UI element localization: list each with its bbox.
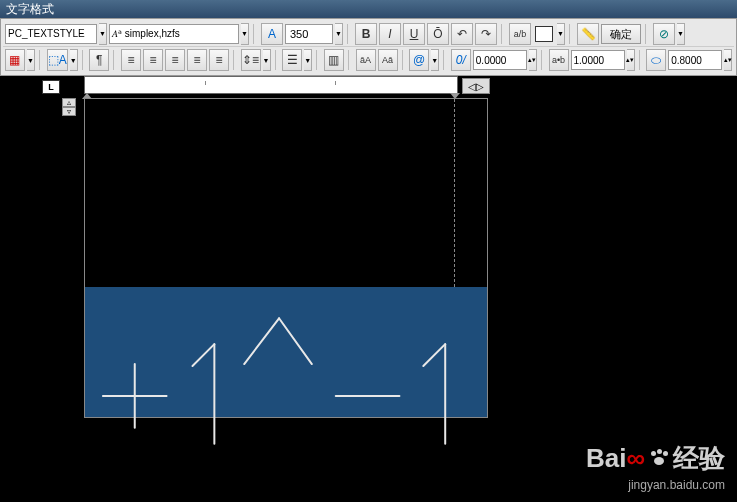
watermark-brand2: 经验 [673, 441, 725, 476]
oblique-button[interactable]: 0/ [451, 49, 471, 71]
options-dropdown[interactable]: ▼ [677, 23, 685, 45]
horizontal-ruler[interactable] [84, 76, 458, 94]
overline-button[interactable]: Ō [427, 23, 449, 45]
text-edit-area[interactable] [84, 98, 488, 418]
title-bar: 文字格式 [0, 0, 737, 18]
align-left-button[interactable]: ≡ [121, 49, 141, 71]
style-dropdown[interactable]: ▼ [99, 23, 107, 45]
svg-line-5 [279, 318, 312, 364]
numbering-button[interactable]: ☰ [282, 49, 302, 71]
width-factor-input[interactable] [571, 50, 625, 70]
align-justify-button[interactable]: ≡ [187, 49, 207, 71]
columns-button[interactable]: ▦ [5, 49, 25, 71]
align-distribute-button[interactable]: ≡ [209, 49, 229, 71]
uppercase-button[interactable]: āA [356, 49, 376, 71]
text-style-select[interactable] [5, 24, 97, 44]
svg-line-7 [423, 344, 445, 366]
entered-text-glyphs [85, 286, 487, 461]
watermark: Bai∞ 经验 jingyan.baidu.com [586, 441, 725, 492]
tracking-spinner[interactable]: ▴▾ [529, 49, 537, 71]
redo-button[interactable]: ↷ [475, 23, 497, 45]
svg-line-2 [192, 344, 214, 366]
symbol-dropdown[interactable]: ▼ [431, 49, 439, 71]
watermark-url: jingyan.baidu.com [586, 478, 725, 492]
ok-button[interactable]: 确定 [601, 24, 641, 44]
tracking-input[interactable] [473, 50, 527, 70]
options-button[interactable]: ⊘ [653, 23, 675, 45]
svg-line-4 [244, 318, 279, 364]
window-title: 文字格式 [6, 1, 54, 18]
line-spacing-button[interactable]: ⇕≡ [241, 49, 261, 71]
oblique-input[interactable] [668, 50, 722, 70]
italic-button[interactable]: I [379, 23, 401, 45]
nav-up-button[interactable]: ▵ [62, 98, 76, 107]
font-select[interactable]: 𝐴ᵃ simplex,hzfs [109, 24, 239, 44]
columns-dropdown[interactable]: ▼ [27, 49, 35, 71]
font-dropdown[interactable]: ▼ [241, 23, 249, 45]
nav-down-button[interactable]: ▿ [62, 107, 76, 116]
height-dropdown[interactable]: ▼ [335, 23, 343, 45]
underline-button[interactable]: U [403, 23, 425, 45]
vertical-nav[interactable]: ▵ ▿ [62, 98, 78, 118]
text-editor-canvas: L ◁▷ ▵ ▿ [62, 80, 492, 420]
toolbar-row-2: ▦ ▼ ⬚A ▼ ¶ ≡ ≡ ≡ ≡ ≡ ⇕≡ ▼ ☰ ▼ ▥ āA Aā @ … [3, 47, 734, 73]
column-nav-buttons[interactable]: ◁▷ [462, 78, 490, 94]
text-height-input[interactable] [285, 24, 333, 44]
numbering-dropdown[interactable]: ▼ [304, 49, 312, 71]
watermark-brand: Bai∞ [586, 443, 645, 474]
stack-button[interactable]: a/b [509, 23, 531, 45]
width-spinner[interactable]: ▴▾ [627, 49, 635, 71]
oblique-spinner[interactable]: ▴▾ [724, 49, 732, 71]
symbol-button[interactable]: @ [409, 49, 429, 71]
bold-button[interactable]: B [355, 23, 377, 45]
toolbar-row-1: ▼ 𝐴ᵃ simplex,hzfs ▼ A ▼ B I U Ō ↶ ↷ a/b … [3, 21, 734, 47]
color-button[interactable] [535, 26, 553, 42]
insert-field-button[interactable]: ▥ [324, 49, 344, 71]
undo-button[interactable]: ↶ [451, 23, 473, 45]
align-right-button[interactable]: ≡ [165, 49, 185, 71]
spacing-dropdown[interactable]: ▼ [263, 49, 271, 71]
width-factor-button[interactable]: a•b [549, 49, 569, 71]
paw-icon [649, 451, 669, 467]
align-center-button[interactable]: ≡ [143, 49, 163, 71]
text-format-toolbar: ▼ 𝐴ᵃ simplex,hzfs ▼ A ▼ B I U Ō ↶ ↷ a/b … [0, 18, 737, 76]
annotative-icon[interactable]: A [261, 23, 283, 45]
color-dropdown[interactable]: ▼ [557, 23, 565, 45]
mtext-justify-button[interactable]: ⬚A [47, 49, 68, 71]
justify-dropdown[interactable]: ▼ [70, 49, 78, 71]
ruler-tab-indicator[interactable]: L [42, 80, 60, 94]
paragraph-button[interactable]: ¶ [89, 49, 109, 71]
obliq-icon[interactable]: ⬭ [646, 49, 666, 71]
lowercase-button[interactable]: Aā [378, 49, 398, 71]
ruler-button[interactable]: 📏 [577, 23, 599, 45]
